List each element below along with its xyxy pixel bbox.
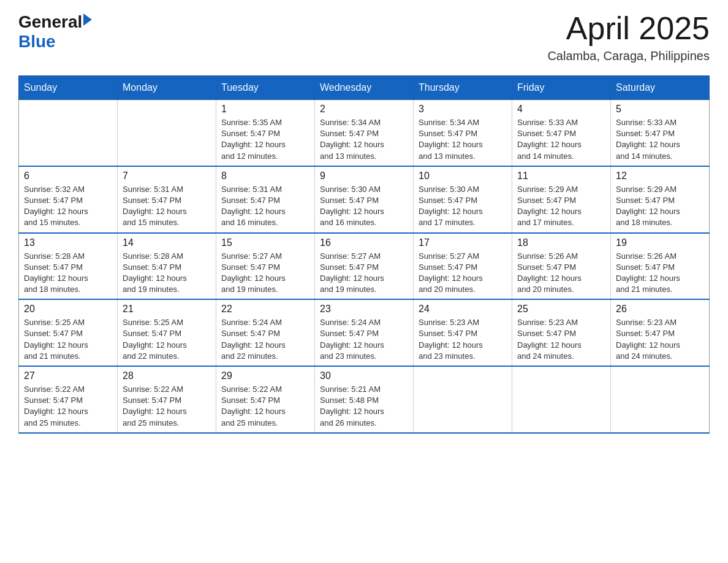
day-number: 4 — [517, 104, 605, 115]
calendar-cell: 5Sunrise: 5:33 AMSunset: 5:47 PMDaylight… — [611, 100, 710, 166]
day-number: 15 — [221, 237, 309, 248]
day-number: 5 — [616, 104, 704, 115]
day-info: Sunrise: 5:24 AMSunset: 5:47 PMDaylight:… — [320, 317, 408, 362]
calendar-cell: 25Sunrise: 5:23 AMSunset: 5:47 PMDayligh… — [512, 299, 611, 366]
day-info: Sunrise: 5:26 AMSunset: 5:47 PMDaylight:… — [616, 251, 704, 296]
calendar-cell: 19Sunrise: 5:26 AMSunset: 5:47 PMDayligh… — [611, 233, 710, 300]
day-info: Sunrise: 5:22 AMSunset: 5:47 PMDaylight:… — [24, 384, 112, 429]
day-info: Sunrise: 5:23 AMSunset: 5:47 PMDaylight:… — [517, 317, 605, 362]
day-info: Sunrise: 5:34 AMSunset: 5:47 PMDaylight:… — [419, 117, 507, 162]
calendar-week-row: 27Sunrise: 5:22 AMSunset: 5:47 PMDayligh… — [19, 366, 710, 433]
day-number: 3 — [419, 104, 507, 115]
calendar-cell: 17Sunrise: 5:27 AMSunset: 5:47 PMDayligh… — [414, 233, 512, 300]
title-area: April 2025 Calamba, Caraga, Philippines — [547, 12, 710, 63]
calendar-day-header: Thursday — [414, 76, 512, 100]
day-number: 10 — [419, 170, 507, 182]
day-number: 20 — [24, 304, 112, 315]
calendar-cell: 1Sunrise: 5:35 AMSunset: 5:47 PMDaylight… — [216, 100, 315, 166]
location-title: Calamba, Caraga, Philippines — [547, 49, 710, 63]
day-number: 7 — [123, 170, 211, 182]
day-number: 23 — [320, 304, 408, 315]
day-info: Sunrise: 5:29 AMSunset: 5:47 PMDaylight:… — [616, 184, 704, 229]
day-number: 6 — [24, 170, 112, 182]
calendar-cell — [611, 366, 710, 433]
calendar-cell: 10Sunrise: 5:30 AMSunset: 5:47 PMDayligh… — [414, 166, 512, 233]
day-info: Sunrise: 5:30 AMSunset: 5:47 PMDaylight:… — [320, 184, 408, 229]
calendar-day-header: Saturday — [611, 76, 710, 100]
calendar-cell: 27Sunrise: 5:22 AMSunset: 5:47 PMDayligh… — [19, 366, 118, 433]
calendar-table: SundayMondayTuesdayWednesdayThursdayFrid… — [18, 75, 710, 434]
calendar-cell: 20Sunrise: 5:25 AMSunset: 5:47 PMDayligh… — [19, 299, 118, 366]
calendar-cell: 28Sunrise: 5:22 AMSunset: 5:47 PMDayligh… — [118, 366, 216, 433]
calendar-week-row: 20Sunrise: 5:25 AMSunset: 5:47 PMDayligh… — [19, 299, 710, 366]
day-info: Sunrise: 5:35 AMSunset: 5:47 PMDaylight:… — [221, 117, 309, 162]
calendar-cell: 24Sunrise: 5:23 AMSunset: 5:47 PMDayligh… — [414, 299, 512, 366]
calendar-cell: 9Sunrise: 5:30 AMSunset: 5:47 PMDaylight… — [315, 166, 414, 233]
day-number: 9 — [320, 170, 408, 182]
day-number: 8 — [221, 170, 309, 182]
calendar-cell: 3Sunrise: 5:34 AMSunset: 5:47 PMDaylight… — [414, 100, 512, 166]
day-number: 17 — [419, 237, 507, 248]
day-number: 29 — [221, 370, 309, 381]
calendar-day-header: Monday — [118, 76, 216, 100]
calendar-day-header: Friday — [512, 76, 611, 100]
calendar-cell: 7Sunrise: 5:31 AMSunset: 5:47 PMDaylight… — [118, 166, 216, 233]
day-info: Sunrise: 5:23 AMSunset: 5:47 PMDaylight:… — [616, 317, 704, 362]
calendar-cell: 13Sunrise: 5:28 AMSunset: 5:47 PMDayligh… — [19, 233, 118, 300]
logo-blue-text: Blue — [18, 32, 56, 51]
calendar-cell: 12Sunrise: 5:29 AMSunset: 5:47 PMDayligh… — [611, 166, 710, 233]
day-info: Sunrise: 5:33 AMSunset: 5:47 PMDaylight:… — [616, 117, 704, 162]
calendar-cell: 16Sunrise: 5:27 AMSunset: 5:47 PMDayligh… — [315, 233, 414, 300]
logo: General Blue — [18, 12, 92, 52]
calendar-cell — [118, 100, 216, 166]
calendar-cell — [512, 366, 611, 433]
day-info: Sunrise: 5:28 AMSunset: 5:47 PMDaylight:… — [24, 251, 112, 296]
logo-arrow-icon — [83, 13, 92, 26]
calendar-cell: 2Sunrise: 5:34 AMSunset: 5:47 PMDaylight… — [315, 100, 414, 166]
day-number: 18 — [517, 237, 605, 248]
day-number: 26 — [616, 304, 704, 315]
calendar-week-row: 6Sunrise: 5:32 AMSunset: 5:47 PMDaylight… — [19, 166, 710, 233]
day-info: Sunrise: 5:26 AMSunset: 5:47 PMDaylight:… — [517, 251, 605, 296]
day-number: 30 — [320, 370, 408, 381]
calendar-cell: 22Sunrise: 5:24 AMSunset: 5:47 PMDayligh… — [216, 299, 315, 366]
day-number: 14 — [123, 237, 211, 248]
logo-general-text: General — [18, 12, 82, 32]
day-info: Sunrise: 5:27 AMSunset: 5:47 PMDaylight:… — [320, 251, 408, 296]
day-info: Sunrise: 5:32 AMSunset: 5:47 PMDaylight:… — [24, 184, 112, 229]
calendar-day-header: Sunday — [19, 76, 118, 100]
calendar-cell: 6Sunrise: 5:32 AMSunset: 5:47 PMDaylight… — [19, 166, 118, 233]
calendar-cell: 18Sunrise: 5:26 AMSunset: 5:47 PMDayligh… — [512, 233, 611, 300]
day-info: Sunrise: 5:28 AMSunset: 5:47 PMDaylight:… — [123, 251, 211, 296]
day-number: 16 — [320, 237, 408, 248]
day-info: Sunrise: 5:22 AMSunset: 5:47 PMDaylight:… — [123, 384, 211, 429]
day-number: 27 — [24, 370, 112, 381]
day-info: Sunrise: 5:30 AMSunset: 5:47 PMDaylight:… — [419, 184, 507, 229]
day-info: Sunrise: 5:27 AMSunset: 5:47 PMDaylight:… — [221, 251, 309, 296]
calendar-cell: 14Sunrise: 5:28 AMSunset: 5:47 PMDayligh… — [118, 233, 216, 300]
calendar-week-row: 1Sunrise: 5:35 AMSunset: 5:47 PMDaylight… — [19, 100, 710, 166]
day-number: 24 — [419, 304, 507, 315]
day-number: 13 — [24, 237, 112, 248]
calendar-cell: 29Sunrise: 5:22 AMSunset: 5:47 PMDayligh… — [216, 366, 315, 433]
day-info: Sunrise: 5:34 AMSunset: 5:47 PMDaylight:… — [320, 117, 408, 162]
day-number: 21 — [123, 304, 211, 315]
calendar-cell: 8Sunrise: 5:31 AMSunset: 5:47 PMDaylight… — [216, 166, 315, 233]
month-title: April 2025 — [547, 12, 710, 44]
day-number: 12 — [616, 170, 704, 182]
day-info: Sunrise: 5:22 AMSunset: 5:47 PMDaylight:… — [221, 384, 309, 429]
day-number: 22 — [221, 304, 309, 315]
day-number: 28 — [123, 370, 211, 381]
day-info: Sunrise: 5:31 AMSunset: 5:47 PMDaylight:… — [123, 184, 211, 229]
day-number: 1 — [221, 104, 309, 115]
calendar-cell: 26Sunrise: 5:23 AMSunset: 5:47 PMDayligh… — [611, 299, 710, 366]
calendar-cell — [414, 366, 512, 433]
calendar-cell: 30Sunrise: 5:21 AMSunset: 5:48 PMDayligh… — [315, 366, 414, 433]
calendar-day-header: Tuesday — [216, 76, 315, 100]
day-info: Sunrise: 5:25 AMSunset: 5:47 PMDaylight:… — [123, 317, 211, 362]
day-info: Sunrise: 5:25 AMSunset: 5:47 PMDaylight:… — [24, 317, 112, 362]
page-header: General Blue April 2025 Calamba, Caraga,… — [18, 12, 710, 63]
day-info: Sunrise: 5:21 AMSunset: 5:48 PMDaylight:… — [320, 384, 408, 429]
day-info: Sunrise: 5:33 AMSunset: 5:47 PMDaylight:… — [517, 117, 605, 162]
calendar-day-header: Wednesday — [315, 76, 414, 100]
